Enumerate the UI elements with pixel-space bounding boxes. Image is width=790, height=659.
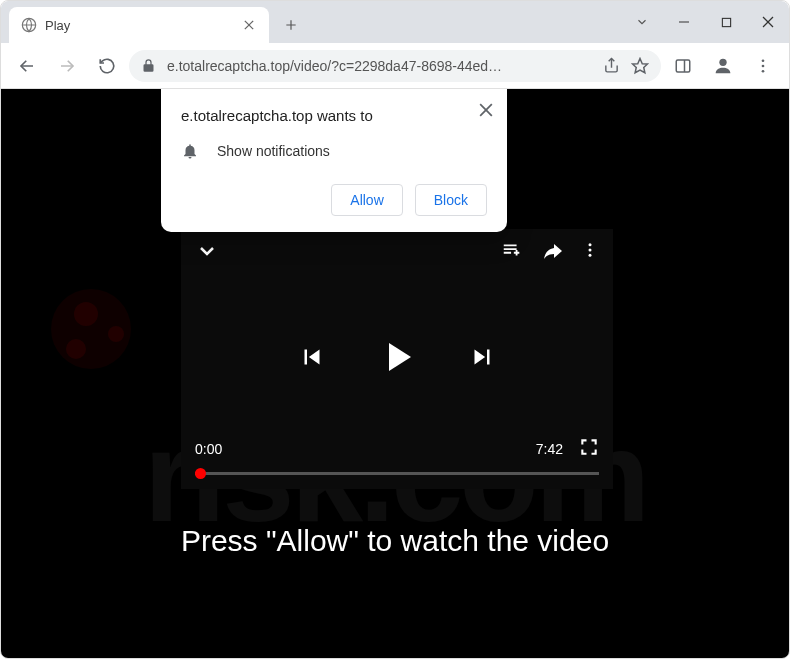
reload-button[interactable] [89,48,125,84]
svg-point-21 [74,302,98,326]
address-bar[interactable]: e.totalrecaptcha.top/video/?c=2298da47-8… [129,50,661,82]
browser-tab[interactable]: Play [9,7,269,43]
more-vertical-icon[interactable] [581,241,599,259]
play-icon[interactable] [373,333,421,385]
svg-point-23 [66,339,86,359]
fullscreen-icon[interactable] [579,437,599,460]
allow-button[interactable]: Allow [331,184,402,216]
svg-marker-13 [633,58,648,72]
back-button[interactable] [9,48,45,84]
tab-title: Play [45,18,233,33]
svg-point-22 [108,326,124,342]
instruction-text: Press "Allow" to watch the video [1,524,789,558]
close-window-button[interactable] [747,1,789,43]
permission-label: Show notifications [217,143,330,159]
svg-point-17 [762,59,765,62]
share-arrow-icon[interactable] [541,239,563,261]
tab-bar: Play [1,1,589,43]
forward-button [49,48,85,84]
new-tab-button[interactable] [277,11,305,39]
chevron-down-icon[interactable] [195,239,217,261]
svg-point-24 [589,243,592,246]
current-time: 0:00 [195,441,222,457]
popup-close-icon[interactable] [475,99,497,121]
duration-time: 7:42 [536,441,563,457]
side-panel-icon[interactable] [665,48,701,84]
svg-point-19 [762,69,765,72]
permission-row: Show notifications [181,142,487,160]
playlist-add-icon[interactable] [501,239,523,261]
bookmark-star-icon[interactable] [631,57,649,75]
minimize-button[interactable] [663,1,705,43]
window-dropdown-icon[interactable] [621,1,663,43]
share-icon[interactable] [603,57,621,75]
maximize-button[interactable] [705,1,747,43]
lock-icon[interactable] [141,58,157,74]
page-content: pc risk.com [1,89,789,658]
menu-kebab-icon[interactable] [745,48,781,84]
profile-avatar-icon[interactable] [705,48,741,84]
notification-permission-popup: e.totalrecaptcha.top wants to Show notif… [161,89,507,232]
svg-point-16 [719,58,726,65]
svg-rect-14 [676,60,690,72]
toolbar: e.totalrecaptcha.top/video/?c=2298da47-8… [1,43,789,89]
skip-next-icon[interactable] [467,342,497,376]
globe-icon [21,17,37,33]
popup-title: e.totalrecaptcha.top wants to [181,107,487,124]
tab-close-icon[interactable] [241,17,257,33]
bell-icon [181,142,199,160]
svg-point-20 [51,289,131,369]
progress-bar[interactable] [195,472,599,475]
svg-point-25 [589,249,592,252]
block-button[interactable]: Block [415,184,487,216]
svg-rect-1 [722,18,730,26]
watermark-graphic [31,259,191,423]
progress-knob[interactable] [195,468,206,479]
skip-previous-icon[interactable] [297,342,327,376]
svg-point-26 [589,254,592,257]
svg-point-18 [762,64,765,67]
video-player: 0:00 7:42 [181,229,613,489]
url-text: e.totalrecaptcha.top/video/?c=2298da47-8… [167,58,593,74]
